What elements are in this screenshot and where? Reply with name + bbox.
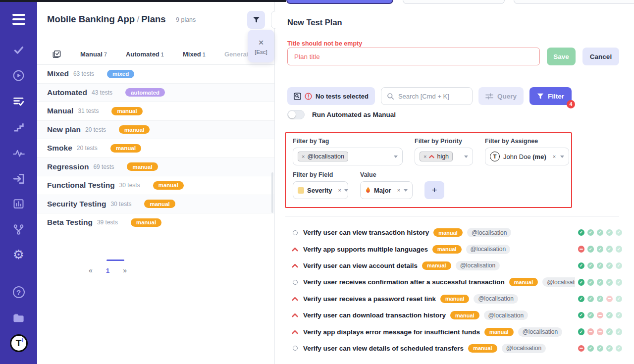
priority-high-icon: [291, 247, 299, 252]
sidebar-item-runs[interactable]: [0, 69, 37, 82]
pagination-page-1[interactable]: 1: [106, 267, 110, 274]
tests-toolbar: No tests selected Search [Cmd + K] Query…: [287, 87, 572, 105]
plan-name: New plan: [47, 125, 81, 134]
test-row[interactable]: Verify user can download transaction his…: [275, 307, 634, 323]
run-automated-toggle[interactable]: [287, 110, 305, 119]
plans-filter-button[interactable]: [247, 11, 265, 29]
priority-high-icon: [291, 297, 299, 301]
funnel-icon: [253, 16, 260, 23]
query-button[interactable]: Query: [478, 87, 524, 105]
test-row[interactable]: Verify app supports multiple languages m…: [275, 241, 634, 257]
folder-icon: [12, 311, 25, 324]
pagination-next-button[interactable]: »: [123, 266, 127, 274]
run-status-pass: ✓: [616, 229, 623, 236]
plan-row[interactable]: Security Testing 30 tests manual: [37, 195, 274, 214]
breadcrumb-project[interactable]: Mobile Banking App: [47, 14, 135, 24]
tab-manual[interactable]: Manual7: [80, 51, 107, 58]
run-status-pass: ✓: [587, 312, 594, 319]
add-filter-button[interactable]: +: [424, 181, 444, 199]
tag-chip: ×@localisation: [298, 152, 348, 161]
chevron-down-icon: [404, 189, 408, 192]
sidebar-item-projects[interactable]: [0, 311, 37, 324]
scrollbar-thumb[interactable]: [271, 172, 273, 213]
plan-test-count: 39 tests: [97, 219, 118, 226]
sidebar-item-help[interactable]: ?: [0, 286, 37, 298]
save-button[interactable]: Save: [547, 48, 576, 65]
filter-tag-select[interactable]: ×@localisation: [293, 148, 403, 165]
search-close-popover[interactable]: × [Esc]: [248, 30, 274, 62]
test-row[interactable]: Verify user can view account details man…: [275, 258, 634, 274]
priority-high-icon: [429, 155, 434, 158]
sidebar-item-tests[interactable]: [0, 44, 37, 56]
plan-test-count: 30 tests: [119, 182, 140, 189]
tab-automated[interactable]: Automated1: [126, 51, 164, 58]
app-logo[interactable]: T: [0, 334, 37, 352]
sidebar-item-branches[interactable]: [0, 223, 37, 236]
test-title: Verify user receives a password reset li…: [303, 295, 436, 303]
menu-icon[interactable]: [0, 14, 37, 25]
plan-row[interactable]: Functional Testing 30 tests manual: [37, 176, 274, 195]
plan-row[interactable]: New plan 20 tests manual: [37, 121, 274, 140]
top-tab-2[interactable]: [403, 0, 505, 4]
priority-chip-label: high: [437, 153, 449, 160]
plan-name: Functional Testing: [47, 181, 115, 190]
test-title: Verify user can view details of schedule…: [303, 345, 464, 352]
sidebar-item-milestones[interactable]: [0, 121, 37, 133]
run-status-pass: ✓: [606, 345, 613, 352]
test-content: Verify user receives a password reset li…: [275, 294, 518, 304]
test-row[interactable]: Verify user receives confirmation after …: [275, 274, 634, 290]
app-window: ⚙ ? T Mobile Banking App/Plans 9 plans S…: [0, 0, 634, 364]
test-title: Verify user receives confirmation after …: [303, 278, 505, 286]
run-status-pass: ✓: [597, 262, 604, 269]
run-status-fail: [578, 345, 585, 352]
assignee-name: John Doe (me): [503, 153, 546, 160]
close-icon[interactable]: ×: [258, 38, 264, 47]
plan-row[interactable]: Mixed 63 tests mixed: [37, 65, 274, 84]
top-tab-active[interactable]: [286, 0, 393, 4]
top-tab-3[interactable]: [514, 0, 634, 4]
pagination-prev-button[interactable]: «: [89, 266, 93, 274]
play-circle-icon: [12, 69, 25, 82]
tests-search-input[interactable]: Search [Cmd + K]: [381, 87, 473, 105]
priority-high-icon: [291, 263, 299, 268]
no-tests-selected-label: No tests selected: [316, 93, 369, 100]
filter-priority-select[interactable]: × high: [415, 148, 473, 165]
test-row[interactable]: Verify app displays error message for in…: [275, 323, 634, 340]
divider: [285, 77, 619, 77]
plan-test-count: 69 tests: [93, 163, 114, 170]
test-row[interactable]: Verify user receives a password reset li…: [275, 291, 634, 307]
remove-icon[interactable]: ×: [397, 187, 400, 193]
filter-value-group: Value Major ×: [360, 171, 413, 199]
plan-test-count: 30 tests: [110, 201, 131, 208]
filter-button[interactable]: Filter 4: [529, 87, 572, 105]
plan-row[interactable]: Smoke 20 tests manual: [37, 139, 274, 158]
window-top-strip: [0, 0, 286, 2]
sidebar-item-settings[interactable]: ⚙: [0, 248, 37, 261]
remove-icon[interactable]: ×: [338, 187, 341, 193]
help-icon: ?: [13, 286, 25, 298]
filter-assignee-select[interactable]: T John Doe (me) ×: [485, 148, 569, 165]
plan-row[interactable]: Regression 69 tests manual: [37, 158, 274, 177]
sidebar-item-test-plans[interactable]: [0, 95, 37, 107]
cancel-button[interactable]: Cancel: [582, 48, 619, 65]
remove-icon[interactable]: ×: [302, 154, 305, 159]
run-status-pass: ✓: [616, 296, 623, 303]
plan-row[interactable]: Manual 31 tests manual: [37, 102, 274, 121]
plan-row[interactable]: Beta Testing 39 tests manual: [37, 213, 274, 232]
test-row[interactable]: Verify user can view transaction history…: [275, 224, 634, 241]
no-tests-selected-chip[interactable]: No tests selected: [287, 87, 375, 105]
select-all-icon[interactable]: [52, 50, 61, 59]
remove-icon[interactable]: ×: [423, 154, 426, 159]
filter-field-select[interactable]: Severity ×: [293, 181, 348, 199]
plan-row[interactable]: Automated 43 tests automated: [37, 84, 274, 103]
sidebar-item-pulse[interactable]: [0, 147, 37, 160]
sidebar-item-import[interactable]: [0, 172, 37, 185]
remove-icon[interactable]: ×: [553, 154, 556, 159]
filter-value-select[interactable]: Major ×: [360, 181, 413, 199]
sidebar-item-analytics[interactable]: [0, 198, 37, 210]
plan-title-input[interactable]: [287, 48, 540, 65]
tab-mixed[interactable]: Mixed1: [183, 51, 206, 58]
logo-icon: T: [10, 334, 28, 352]
test-row[interactable]: Verify user can view details of schedule…: [275, 340, 634, 357]
chevron-down-icon: [394, 156, 398, 158]
